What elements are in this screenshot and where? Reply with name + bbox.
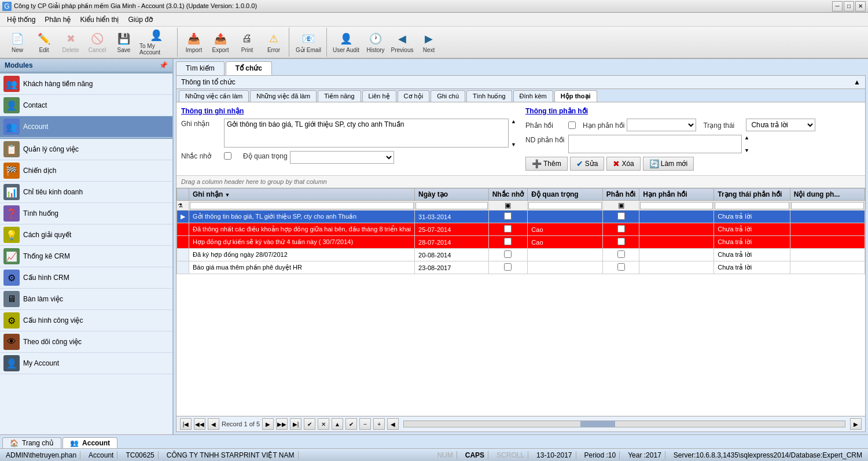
phan-hoi-checkbox[interactable]	[568, 121, 576, 129]
user-audit-button[interactable]: 👤 User Audit	[330, 29, 362, 56]
next-button[interactable]: ▶ Next	[416, 29, 442, 56]
nav-first-button[interactable]: |◀	[180, 418, 192, 430]
sub-tab-ghi-chu[interactable]: Ghi chú	[431, 90, 465, 102]
new-button[interactable]: 📄 New	[5, 29, 30, 56]
phan-hoi-cell[interactable]	[602, 211, 639, 223]
sub-tab-nhung-viec-can-lam[interactable]: Những việc cần làm	[179, 90, 249, 102]
nhac-nho-checkbox[interactable]	[224, 152, 231, 160]
menu-he-thong[interactable]: Hệ thống	[2, 14, 40, 25]
table-row[interactable]: ▶Gởi thông tin báo giá, TL giới thiệu SP…	[177, 211, 865, 223]
filter-trang-thai-cell[interactable]	[714, 201, 790, 211]
sub-tab-co-hoi[interactable]: Cơ hội	[398, 90, 430, 102]
phan-hoi-cell[interactable]	[602, 236, 639, 249]
send-email-button[interactable]: 📧 Gửi Email	[293, 29, 324, 56]
sidebar-item-chien-dich[interactable]: 🏁 Chiến dịch	[0, 160, 172, 182]
phan-hoi-cell[interactable]	[602, 249, 639, 261]
nav-x-button[interactable]: ✕	[318, 418, 329, 430]
scroll-thumb[interactable]	[580, 421, 615, 427]
phan-hoi-cell[interactable]	[602, 223, 639, 236]
bottom-tab-account[interactable]: 👥 Account	[62, 437, 117, 448]
nhac-nho-cell[interactable]	[488, 223, 528, 236]
nav-check2-button[interactable]: ✔	[345, 418, 357, 430]
filter-noi-dung-input[interactable]	[791, 202, 864, 209]
nhac-nho-header[interactable]: Nhắc nhở	[488, 189, 528, 201]
trang-thai-select[interactable]: Chưa trả lời Đã trả lời	[746, 119, 815, 131]
sub-tab-nhung-viec-da-lam[interactable]: Những việc đã làm	[250, 90, 317, 102]
filter-do-quan-trong-cell[interactable]	[528, 201, 602, 211]
phan-hoi-header[interactable]: Phản hồi	[602, 189, 639, 201]
ghi-nhan-header[interactable]: Ghi nhận ▼	[189, 189, 415, 201]
han-phan-hoi-header[interactable]: Hạn phản hồi	[639, 189, 714, 201]
do-quan-trong-select[interactable]: Cao Trung bình Thấp	[290, 151, 394, 164]
sidebar-item-chi-tieu[interactable]: 📊 Chỉ tiêu kinh doanh	[0, 182, 172, 203]
table-row[interactable]: Báo giá mua thêm phần phê duyệt HR23-08-…	[177, 261, 865, 274]
filter-han-phan-hoi-cell[interactable]	[639, 201, 714, 211]
trang-thai-phan-hoi-header[interactable]: Trạng thái phản hồi	[714, 189, 790, 201]
scroll-down-icon[interactable]: ▼	[511, 142, 516, 147]
menu-phan-he[interactable]: Phân hệ	[40, 14, 75, 25]
sidebar-item-theo-doi[interactable]: 👁 Theo dõi công việc	[0, 331, 172, 353]
sub-tab-tiem-nang[interactable]: Tiềm năng	[318, 90, 361, 102]
cancel-button[interactable]: 🚫 Cancel	[84, 29, 110, 56]
filter-do-quan-trong-input[interactable]	[528, 202, 601, 209]
filter-noi-dung-cell[interactable]	[790, 201, 865, 211]
sidebar-item-cau-hinh[interactable]: ⚙ Cấu hình CRM	[0, 267, 172, 289]
lam-moi-button[interactable]: 🔄 Làm mới	[643, 157, 694, 171]
nav-next-button[interactable]: ▶	[262, 418, 274, 430]
table-row[interactable]: Đã thông nhất các điều khoản hợp đồng gi…	[177, 223, 865, 236]
nd-scroll-up-icon[interactable]: ▲	[744, 135, 749, 141]
sub-tab-hop-thoai[interactable]: Hộp thoại	[554, 90, 597, 102]
close-button[interactable]: ✕	[855, 1, 866, 12]
do-quan-trong-header[interactable]: Độ quan trọng	[528, 189, 602, 201]
export-button[interactable]: 📤 Export	[208, 29, 233, 56]
sidebar-item-khach-hang[interactable]: 👥 Khách hàng tiềm năng	[0, 73, 172, 95]
nhac-nho-cell[interactable]	[488, 236, 528, 249]
sidebar-item-cau-hinh-cv[interactable]: ⚙ Cấu hình công việc	[0, 310, 172, 331]
bottom-tab-trang-chu[interactable]: 🏠 Trang chủ	[2, 437, 61, 448]
scroll-up-icon[interactable]: ▲	[511, 119, 516, 124]
nav-prev10-button[interactable]: ◀◀	[194, 418, 205, 430]
nhac-nho-cell[interactable]	[488, 249, 528, 261]
nav-next10-button[interactable]: ▶▶	[276, 418, 288, 430]
nav-prev-button[interactable]: ◀	[208, 418, 219, 430]
filter-ngay-tao-input[interactable]	[415, 202, 488, 209]
nd-phan-hoi-textarea[interactable]	[568, 135, 742, 153]
nav-plus-button[interactable]: +	[373, 418, 385, 430]
filter-han-phan-hoi-input[interactable]	[640, 202, 713, 209]
menu-giup-do[interactable]: Giúp đỡ	[123, 14, 157, 25]
xoa-button[interactable]: ✖ Xóa	[606, 157, 640, 171]
ngay-tao-header[interactable]: Ngày tạo	[415, 189, 489, 201]
sub-tab-lien-he[interactable]: Liên hệ	[362, 90, 396, 102]
nav-minus-button[interactable]: −	[359, 418, 371, 430]
sidebar-item-thong-ke[interactable]: 📈 Thống kê CRM	[0, 246, 172, 267]
sidebar-item-cach-giai-quyet[interactable]: 💡 Cách giải quyết	[0, 224, 172, 246]
sidebar-item-ban-lam-viec[interactable]: 🖥 Bàn làm việc	[0, 289, 172, 310]
horizontal-scrollbar[interactable]	[403, 421, 845, 427]
panel-collapse-icon[interactable]: ▲	[854, 78, 860, 86]
maximize-button[interactable]: □	[844, 1, 854, 12]
sua-button[interactable]: ✔ Sửa	[570, 157, 605, 171]
filter-trang-thai-input[interactable]	[715, 202, 789, 209]
nav-up-button[interactable]: ▲	[332, 418, 343, 430]
sidebar-item-tinh-huong[interactable]: ❓ Tình huống	[0, 203, 172, 224]
filter-ghi-nhan-input[interactable]	[190, 202, 414, 209]
sidebar-item-my-account[interactable]: 👤 My Account	[0, 353, 172, 374]
data-grid[interactable]: Ghi nhận ▼ Ngày tạo Nhắc nhở Độ quan trọ…	[176, 188, 865, 416]
table-row[interactable]: Hợp đồng dự kiến sẽ ký vào thứ 4 tuần nà…	[177, 236, 865, 249]
tab-to-chuc[interactable]: Tổ chức	[226, 61, 272, 75]
nav-check-button[interactable]: ✔	[304, 418, 315, 430]
sub-tab-dinh-kem[interactable]: Đính kèm	[513, 90, 553, 102]
nav-scroll-left-button[interactable]: ◀	[387, 418, 399, 430]
to-my-account-button[interactable]: 👤 To My Account	[138, 29, 175, 56]
phan-hoi-cell[interactable]	[602, 261, 639, 274]
them-button[interactable]: ➕ Thêm	[525, 157, 568, 171]
nav-scroll-right-button[interactable]: ▶	[850, 418, 862, 430]
table-row[interactable]: Đã ký hợp đồng ngày 28/07/201220-08-2014…	[177, 249, 865, 261]
history-button[interactable]: 🕐 History	[363, 29, 388, 56]
sub-tab-tinh-huong[interactable]: Tình huống	[466, 90, 512, 102]
menu-kieu-hien-thi[interactable]: Kiểu hiển thị	[75, 14, 123, 25]
minimize-button[interactable]: ─	[832, 1, 843, 12]
nav-last-button[interactable]: ▶|	[290, 418, 301, 430]
sidebar-pin-icon[interactable]: 📌	[159, 61, 168, 69]
save-button[interactable]: 💾 Save	[111, 29, 137, 56]
